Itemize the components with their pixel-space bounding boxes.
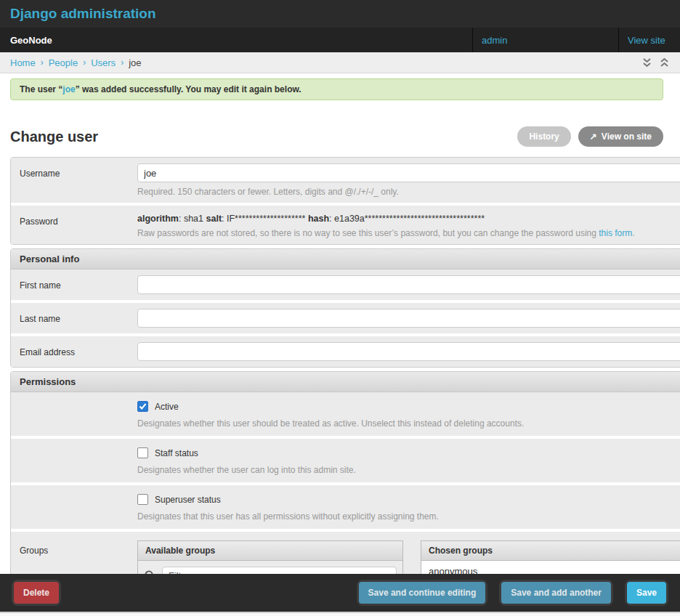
active-label: Active — [155, 402, 179, 412]
success-message-suffix: ” was added successfully. You may edit i… — [76, 84, 301, 94]
history-button[interactable]: History — [517, 126, 570, 147]
module-account: Username Required. 150 characters or few… — [10, 157, 680, 245]
save-and-add-another-button[interactable]: Save and add another — [501, 582, 611, 604]
breadcrumb-separator: › — [121, 57, 124, 68]
username-help: Required. 150 characters or fewer. Lette… — [137, 187, 680, 197]
personal-info-section-title: Personal info — [11, 249, 680, 270]
superuser-status-label: Superuser status — [155, 495, 221, 505]
staff-status-help: Designates whether the user can log into… — [137, 465, 680, 475]
breadcrumb-home[interactable]: Home — [10, 57, 36, 68]
active-checkbox[interactable] — [137, 401, 148, 412]
first-name-input[interactable] — [137, 275, 680, 294]
success-message-prefix: The user “ — [20, 84, 62, 94]
superuser-status-checkbox[interactable] — [137, 494, 148, 505]
password-row: Password algorithm: sha1 salt: IF*******… — [11, 206, 680, 244]
superuser-status-help: Designates that this user has all permis… — [137, 511, 680, 522]
email-input[interactable] — [137, 342, 680, 361]
permissions-section-title: Permissions — [11, 372, 680, 392]
first-name-label: First name — [20, 275, 137, 294]
view-on-site-label: View on site — [602, 131, 652, 142]
superuser-status-row: Superuser status Designates that this us… — [11, 485, 680, 529]
module-personal-info: Personal info First name Last name Email… — [10, 248, 680, 368]
navbar: GeoNode admin View site — [0, 28, 680, 52]
active-help: Designates whether this user should be t… — [137, 418, 680, 429]
navbar-view-site-link[interactable]: View site — [618, 28, 680, 52]
email-label: Email address — [20, 342, 137, 361]
password-label: Password — [20, 211, 137, 238]
branding-bar: Django administration — [0, 0, 680, 28]
breadcrumb-current: joe — [129, 57, 141, 68]
external-link-arrow-icon: ↗ — [590, 131, 597, 142]
site-title[interactable]: Django administration — [10, 6, 156, 22]
last-name-label: Last name — [20, 309, 137, 328]
last-name-input[interactable] — [137, 309, 680, 328]
object-tools: History ↗ View on site — [517, 126, 663, 147]
delete-button[interactable]: Delete — [14, 582, 59, 604]
username-label: Username — [20, 163, 137, 197]
breadcrumb-people[interactable]: People — [49, 57, 78, 68]
submit-row: Delete Save and continue editing Save an… — [0, 574, 680, 612]
last-name-row: Last name — [11, 303, 680, 333]
save-add-button-ring: Save and add another — [499, 580, 613, 606]
chosen-groups-title: Chosen groups — [421, 541, 680, 561]
view-on-site-button[interactable]: ↗ View on site — [578, 126, 663, 147]
breadcrumb-separator: › — [41, 57, 44, 68]
success-message-user-link[interactable]: joe — [62, 84, 75, 94]
username-row: Username Required. 150 characters or few… — [11, 158, 680, 203]
save-and-continue-button[interactable]: Save and continue editing — [359, 582, 486, 604]
chevrons-up-icon[interactable] — [659, 57, 670, 68]
username-input[interactable] — [137, 163, 680, 182]
email-row: Email address — [11, 336, 680, 367]
staff-status-label: Staff status — [155, 448, 198, 458]
save-button[interactable]: Save — [627, 582, 666, 604]
breadcrumb: Home › People › Users › joe — [0, 52, 680, 73]
check-icon — [139, 402, 147, 410]
staff-status-checkbox[interactable] — [137, 447, 148, 458]
main-content: The user “joe” was added successfully. Y… — [0, 78, 680, 616]
chevrons-down-icon[interactable] — [641, 57, 652, 68]
save-continue-button-ring: Save and continue editing — [357, 580, 488, 606]
staff-status-row: Staff status Designates whether the user… — [11, 439, 680, 482]
navbar-user-menu[interactable]: admin — [472, 28, 618, 52]
breadcrumb-users[interactable]: Users — [91, 57, 116, 68]
change-password-form-link[interactable]: this form — [599, 228, 632, 238]
success-message: The user “joe” was added successfully. Y… — [10, 78, 663, 100]
password-hash-display: algorithm: sha1 salt: IF****************… — [137, 211, 680, 224]
available-groups-title: Available groups — [138, 541, 402, 561]
navbar-spacer — [62, 28, 472, 52]
active-row: Active Designates whether this user shou… — [11, 392, 680, 436]
breadcrumb-separator: › — [83, 57, 86, 68]
delete-button-ring: Delete — [12, 580, 61, 606]
page-title: Change user — [10, 129, 98, 145]
first-name-row: First name — [11, 270, 680, 300]
save-button-ring: Save — [625, 580, 668, 606]
password-help: Raw passwords are not stored, so there i… — [137, 228, 680, 238]
bottom-strip — [0, 612, 680, 616]
navbar-site-name[interactable]: GeoNode — [0, 28, 62, 52]
